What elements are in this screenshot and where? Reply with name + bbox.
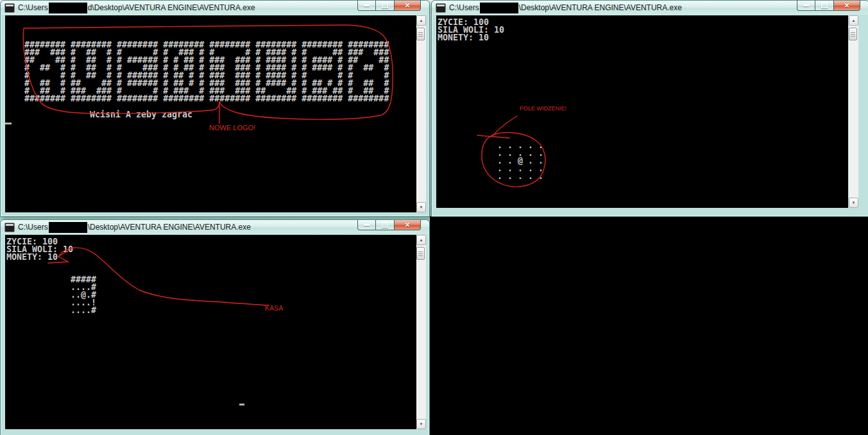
maximize-icon <box>382 3 388 8</box>
scroll-thumb[interactable] <box>416 247 425 260</box>
scroll-up-button[interactable]: ▲ <box>849 15 858 26</box>
redaction-box <box>49 222 87 233</box>
console-output-room: ZYCIE: 100 SILA WOLI: 10 MONETY: 10 ####… <box>5 235 416 429</box>
console-output-field: ZYCIE: 100 SILA WOLI: 10 MONETY: 10 . . … <box>436 15 848 208</box>
scrollbar-room: ▲ ▼ <box>416 235 426 429</box>
scroll-up-button[interactable]: ▲ <box>416 235 426 245</box>
maximize-button[interactable] <box>815 1 833 11</box>
console-window-room: C:\Users\Desktop\AVENTURA ENGINE\AVENTUR… <box>0 219 430 435</box>
window-title: C:\Users\Desktop\AVENTURA ENGINE\AVENTUR… <box>18 220 251 234</box>
annotation-label-kasa: KASA <box>265 305 284 312</box>
ascii-map: . . . . . . . . . . . . @ . . . . . . . … <box>497 142 543 180</box>
scroll-track[interactable] <box>849 26 858 198</box>
close-icon: ✕ <box>405 222 410 228</box>
redaction-box <box>49 3 87 13</box>
scroll-thumb[interactable] <box>849 28 857 40</box>
caption-buttons-room: ✕ <box>357 220 421 230</box>
scroll-grip-icon <box>418 32 423 37</box>
scrollbar-field: ▲ ▼ <box>849 15 858 208</box>
console-icon[interactable] <box>4 3 15 13</box>
minimize-button[interactable] <box>357 220 376 230</box>
ascii-room: ##### ....# ..@.# ....! ....# <box>71 276 96 314</box>
minimize-icon <box>364 4 370 6</box>
console-window-field: C:\Users\Desktop\AVENTURA ENGINE\AVENTUR… <box>431 0 868 217</box>
minimize-icon <box>803 4 809 6</box>
console-window-menu: C:\Usersd\Desktop\AVENTURA ENGINE\AVENTU… <box>0 0 430 217</box>
scrollbar-menu: ▲ ▼ <box>416 15 426 212</box>
window-title: C:\Usersd\Desktop\AVENTURA ENGINE\AVENTU… <box>18 1 255 15</box>
scroll-track[interactable] <box>416 245 426 419</box>
close-button[interactable]: ✕ <box>833 1 860 11</box>
ascii-logo: ######## ######## ######## ######## ####… <box>24 41 389 103</box>
minimize-button[interactable] <box>797 1 815 11</box>
annotation-label-pole-widzenie: POLE WIDZENIE! <box>520 105 566 112</box>
black-background-area <box>430 216 868 435</box>
console-output-menu: ######## ######## ######## ######## ####… <box>5 15 416 212</box>
console-icon[interactable] <box>436 3 446 13</box>
maximize-icon <box>382 222 388 228</box>
scroll-down-button[interactable]: ▼ <box>849 198 858 208</box>
scroll-track[interactable] <box>416 26 426 202</box>
prompt-text: Wcisni A zeby zagrac <box>90 111 192 119</box>
scroll-thumb[interactable] <box>416 28 425 40</box>
console-cursor <box>239 404 244 405</box>
maximize-icon <box>821 3 828 8</box>
close-icon: ✕ <box>844 3 849 9</box>
console-icon[interactable] <box>4 223 15 232</box>
scroll-down-button[interactable]: ▼ <box>416 202 426 212</box>
close-button[interactable]: ✕ <box>394 1 421 11</box>
scroll-down-button[interactable]: ▼ <box>416 419 426 429</box>
minimize-icon <box>364 224 370 226</box>
close-icon: ✕ <box>405 3 410 9</box>
stats-text: ZYCIE: 100 SILA WOLI: 10 MONETY: 10 <box>6 238 73 261</box>
redaction-box <box>480 3 518 13</box>
scroll-grip-icon <box>418 252 423 256</box>
annotation-label-nowe-logo: NOWE LOGO! <box>209 124 255 132</box>
stats-text: ZYCIE: 100 SILA WOLI: 10 MONETY: 10 <box>438 19 504 42</box>
maximize-button[interactable] <box>376 220 394 230</box>
window-title: C:\Users\Desktop\AVENTURA ENGINE\AVENTUR… <box>449 1 682 15</box>
close-button[interactable]: ✕ <box>394 220 421 230</box>
scroll-up-button[interactable]: ▲ <box>416 15 426 26</box>
minimize-button[interactable] <box>357 1 376 11</box>
scroll-grip-icon <box>851 32 855 37</box>
caption-buttons-field: ✕ <box>797 1 860 11</box>
maximize-button[interactable] <box>376 1 394 11</box>
caption-buttons-menu: ✕ <box>357 1 421 11</box>
console-cursor <box>5 123 12 124</box>
